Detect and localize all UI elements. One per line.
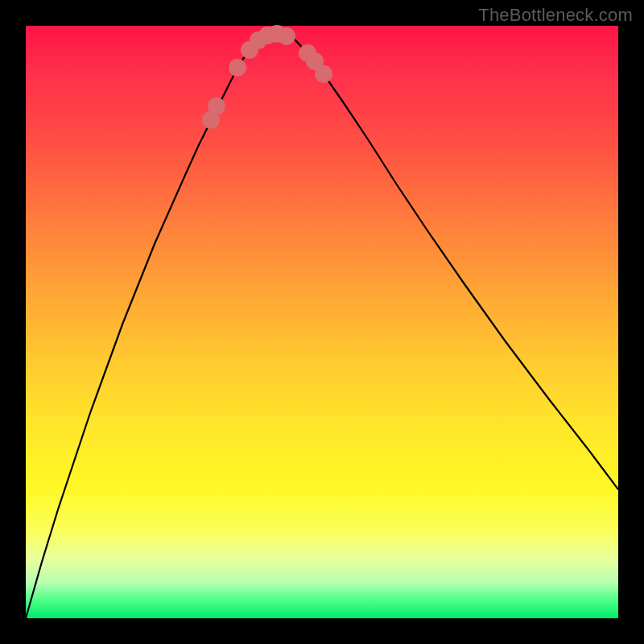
marker-dot — [315, 65, 332, 83]
plot-area — [26, 26, 618, 618]
curve-svg — [26, 26, 618, 618]
bottleneck-curve-path — [26, 33, 618, 618]
marker-dot — [229, 59, 246, 76]
marker-dot — [278, 27, 295, 45]
marker-group — [202, 25, 332, 129]
chart-frame: TheBottleneck.com — [0, 0, 644, 644]
watermark-text: TheBottleneck.com — [478, 5, 633, 26]
marker-dot — [208, 97, 225, 115]
